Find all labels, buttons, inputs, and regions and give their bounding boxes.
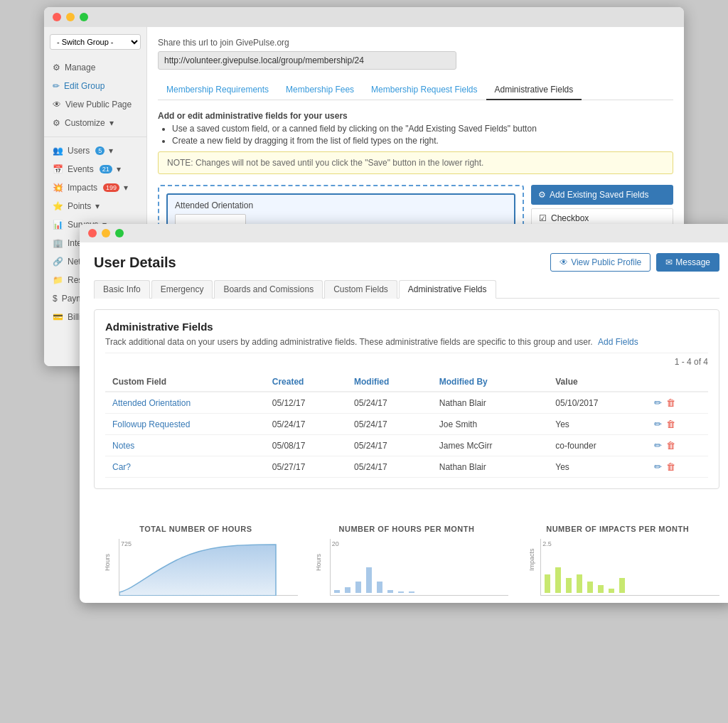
created-date: 05/08/17	[265, 435, 347, 456]
manage-icon: ⚙	[53, 63, 60, 73]
edit-row-icon[interactable]: ✏	[654, 419, 662, 429]
add-saved-fields-button[interactable]: ⚙ Add Existing Saved Fields	[531, 185, 673, 205]
bar-chart-svg-hours	[331, 539, 509, 596]
table-row: Attended Orientation 05/12/17 05/24/17 N…	[105, 392, 708, 414]
field-value: Yes	[548, 456, 646, 478]
message-icon: ✉	[665, 257, 673, 267]
svg-rect-6	[398, 591, 404, 593]
created-date: 05/27/17	[265, 456, 347, 478]
sidebar-divider	[44, 136, 146, 137]
field-link[interactable]: Car?	[105, 456, 265, 478]
created-date: 05/24/17	[265, 414, 347, 435]
modified-by: James McGirr	[432, 435, 549, 456]
sidebar-item-view-public[interactable]: 👁 View Public Page	[44, 95, 146, 114]
users-icon: 👥	[53, 146, 63, 156]
delete-row-icon[interactable]: 🗑	[666, 440, 675, 451]
chart-y-max-impacts: 2.5	[542, 540, 552, 547]
tab-membership-requirements[interactable]: Membership Requirements	[158, 80, 277, 100]
group-select-dropdown[interactable]: - Switch Group -	[50, 34, 141, 50]
delete-row-icon[interactable]: 🗑	[666, 461, 675, 472]
minimize-btn[interactable]	[66, 13, 75, 21]
field-value: co-founder	[548, 435, 646, 456]
eye-icon-btn: 👁	[560, 257, 568, 267]
resources-icon: 📁	[53, 275, 63, 285]
chart-y-value-hours: 725	[121, 540, 132, 547]
col-modified[interactable]: Modified	[347, 373, 432, 392]
chart-hours-per-month: NUMBER OF HOURS PER MONTH Hours 20	[305, 525, 509, 596]
tab-emergency[interactable]: Emergency	[151, 280, 213, 299]
sidebar-item-customize[interactable]: ⚙ Customize ▾	[44, 114, 146, 132]
records-count: 1 - 4 of 4	[105, 357, 708, 367]
sidebar-item-users[interactable]: 👥 Users 5 ▾	[44, 141, 146, 160]
svg-rect-12	[587, 582, 593, 593]
table-row: Notes 05/08/17 05/24/17 James McGirr co-…	[105, 435, 708, 456]
svg-rect-9	[555, 567, 561, 593]
delete-row-icon[interactable]: 🗑	[666, 419, 675, 429]
page-instructions: Add or edit administrative fields for yo…	[158, 111, 673, 146]
field-value: Yes	[548, 414, 646, 435]
col-modified-by[interactable]: Modified By	[432, 373, 549, 392]
user-details-body: User Details 👁 View Public Profile ✉ Mes…	[80, 242, 728, 514]
customize-icon: ⚙	[53, 118, 60, 128]
row-actions: ✏ 🗑	[647, 435, 708, 456]
col-actions	[647, 373, 708, 392]
svg-rect-8	[545, 574, 550, 593]
view-public-profile-button[interactable]: 👁 View Public Profile	[550, 253, 651, 272]
header-action-buttons: 👁 View Public Profile ✉ Message	[550, 253, 719, 272]
chart-area-hours-month: 20	[330, 539, 509, 596]
col-created[interactable]: Created	[265, 373, 347, 392]
row-actions: ✏ 🗑	[647, 392, 708, 414]
maximize-btn-2[interactable]	[115, 229, 124, 237]
field-link[interactable]: Notes	[105, 435, 265, 456]
chart-y-label-hours: Hours	[104, 554, 111, 571]
svg-rect-5	[387, 590, 393, 593]
tab-custom-fields[interactable]: Custom Fields	[324, 280, 397, 299]
tab-boards-commissions[interactable]: Boards and Comissions	[214, 280, 323, 299]
edit-row-icon[interactable]: ✏	[654, 397, 662, 408]
tab-basic-info[interactable]: Basic Info	[94, 280, 150, 299]
chart-total-hours-title: TOTAL NUMBER OF HOURS	[94, 525, 298, 533]
events-badge: 21	[100, 165, 112, 173]
field-link[interactable]: Attended Orientation	[105, 392, 265, 414]
sidebar-item-events[interactable]: 📅 Events 21 ▾	[44, 160, 146, 178]
tab-membership-request-fields[interactable]: Membership Request Fields	[363, 80, 486, 100]
message-button[interactable]: ✉ Message	[656, 253, 719, 272]
group-selector[interactable]: - Switch Group -	[50, 34, 141, 50]
field-label-attended-orientation: Attended Orientation	[175, 200, 507, 210]
chart-y-max-hours: 20	[332, 540, 339, 547]
minimize-btn-2[interactable]	[102, 229, 110, 237]
modified-by: Joe Smith	[432, 414, 549, 435]
field-value: 05/10/2017	[548, 392, 646, 414]
row-actions: ✏ 🗑	[647, 456, 708, 478]
sidebar-item-points[interactable]: ⭐ Points ▾	[44, 197, 146, 215]
close-btn-2[interactable]	[88, 229, 97, 237]
maximize-btn[interactable]	[80, 13, 88, 21]
chart-y-label-impacts: Impacts	[528, 548, 535, 571]
tab-admin-fields[interactable]: Administrative Fields	[399, 280, 496, 299]
sidebar-item-manage[interactable]: ⚙ Manage	[44, 58, 146, 77]
admin-fields-description: Track additional data on your users by a…	[105, 337, 708, 353]
network-icon: 🔗	[53, 257, 63, 267]
chart-area-hours: 725	[119, 539, 298, 596]
chart-total-hours: TOTAL NUMBER OF HOURS Hours 725	[94, 525, 298, 596]
created-date: 05/12/17	[265, 392, 347, 414]
edit-row-icon[interactable]: ✏	[654, 461, 662, 472]
svg-rect-4	[377, 582, 382, 593]
tab-membership-fees[interactable]: Membership Fees	[277, 80, 363, 100]
close-btn[interactable]	[53, 13, 61, 21]
user-details-titlebar	[80, 224, 728, 242]
edit-row-icon[interactable]: ✏	[654, 440, 662, 451]
field-link[interactable]: Followup Requested	[105, 414, 265, 435]
chart-wrapper-hours: Hours 725	[119, 539, 298, 596]
bar-chart-svg-impacts	[541, 539, 719, 596]
row-actions: ✏ 🗑	[647, 414, 708, 435]
sidebar-item-edit-group[interactable]: ✏ Edit Group	[44, 77, 146, 95]
col-custom-field: Custom Field	[105, 373, 265, 392]
tab-administrative-fields[interactable]: Administrative Fields	[486, 80, 582, 100]
modified-by: Nathan Blair	[432, 456, 549, 478]
sidebar-item-impacts[interactable]: 💥 Impacts 199 ▾	[44, 178, 146, 197]
user-tab-bar: Basic Info Emergency Boards and Comissio…	[94, 280, 719, 299]
add-fields-link[interactable]: Add Fields	[598, 337, 638, 347]
chart-impacts-month-title: NUMBER OF IMPACTS PER MONTH	[515, 525, 719, 533]
delete-row-icon[interactable]: 🗑	[666, 397, 675, 408]
